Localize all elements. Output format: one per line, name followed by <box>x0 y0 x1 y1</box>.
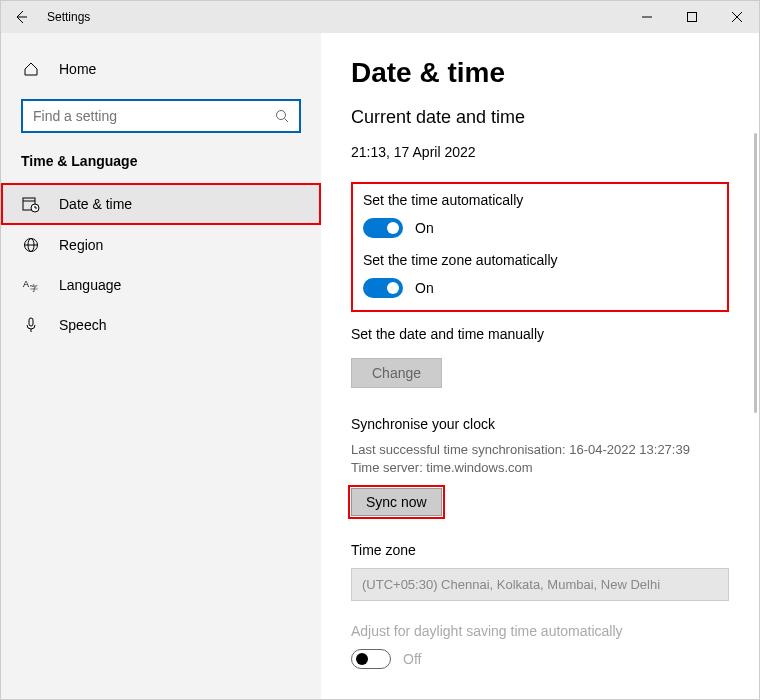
sidebar-item-label: Language <box>59 277 121 293</box>
auto-tz-toggle[interactable] <box>363 278 403 298</box>
svg-line-6 <box>285 119 289 123</box>
home-nav[interactable]: Home <box>1 53 321 85</box>
close-button[interactable] <box>714 1 759 33</box>
dst-state: Off <box>403 651 421 667</box>
sync-server-info: Time server: time.windows.com <box>351 460 729 475</box>
section-header: Time & Language <box>1 153 321 183</box>
sidebar-item-label: Date & time <box>59 196 132 212</box>
auto-time-state: On <box>415 220 434 236</box>
sidebar-item-label: Region <box>59 237 103 253</box>
search-icon <box>275 109 289 123</box>
auto-time-toggle[interactable] <box>363 218 403 238</box>
sync-last-info: Last successful time synchronisation: 16… <box>351 442 729 457</box>
auto-time-label: Set the time automatically <box>363 192 717 208</box>
manual-datetime-label: Set the date and time manually <box>351 326 729 342</box>
main-panel: Date & time Current date and time 21:13,… <box>321 33 759 699</box>
auto-tz-state: On <box>415 280 434 296</box>
dst-label: Adjust for daylight saving time automati… <box>351 623 729 639</box>
language-icon: A字 <box>21 277 41 293</box>
svg-point-5 <box>277 111 286 120</box>
auto-tz-label: Set the time zone automatically <box>363 252 717 268</box>
sidebar-item-label: Speech <box>59 317 106 333</box>
search-box[interactable] <box>21 99 301 133</box>
globe-icon <box>21 237 41 253</box>
sync-now-button[interactable]: Sync now <box>351 488 442 516</box>
current-datetime-heading: Current date and time <box>351 107 729 128</box>
sync-heading: Synchronise your clock <box>351 416 729 432</box>
change-button: Change <box>351 358 442 388</box>
minimize-button[interactable] <box>624 1 669 33</box>
svg-text:字: 字 <box>30 284 38 293</box>
sidebar-item-date-time[interactable]: Date & time <box>1 183 321 225</box>
auto-settings-highlight: Set the time automatically On Set the ti… <box>351 182 729 312</box>
home-label: Home <box>59 61 96 77</box>
timezone-heading: Time zone <box>351 542 729 558</box>
window-title: Settings <box>47 10 90 24</box>
dst-toggle <box>351 649 391 669</box>
maximize-button[interactable] <box>669 1 714 33</box>
sidebar-item-region[interactable]: Region <box>1 225 321 265</box>
page-title: Date & time <box>351 57 729 89</box>
svg-text:A: A <box>23 279 29 289</box>
svg-rect-2 <box>687 13 696 22</box>
calendar-clock-icon <box>21 195 41 213</box>
microphone-icon <box>21 317 41 333</box>
home-icon <box>21 61 41 77</box>
back-button[interactable] <box>1 1 41 33</box>
sidebar-item-speech[interactable]: Speech <box>1 305 321 345</box>
current-datetime-value: 21:13, 17 April 2022 <box>351 144 729 160</box>
sidebar-item-language[interactable]: A字 Language <box>1 265 321 305</box>
search-input[interactable] <box>33 108 275 124</box>
timezone-select: (UTC+05:30) Chennai, Kolkata, Mumbai, Ne… <box>351 568 729 601</box>
sidebar: Home Time & Language Date & time Reg <box>1 33 321 699</box>
svg-rect-17 <box>29 318 33 326</box>
scrollbar[interactable] <box>754 133 757 413</box>
